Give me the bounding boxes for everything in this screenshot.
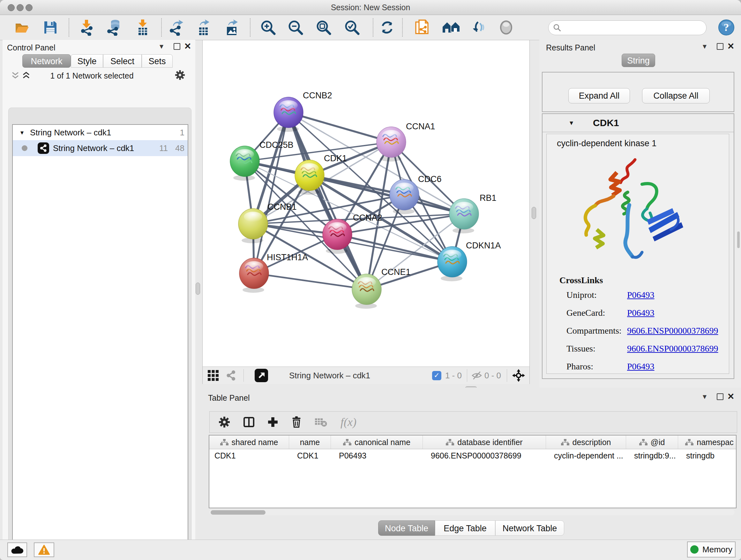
tab-sets[interactable]: Sets	[142, 54, 173, 68]
export-image-button[interactable]	[223, 19, 240, 36]
column-header-database-identifier[interactable]: database identifier	[423, 435, 546, 449]
control-panel-close-button[interactable]: ✕	[182, 40, 193, 53]
search-input[interactable]	[564, 23, 702, 33]
table-cell[interactable]: cyclin-dependent ...	[546, 451, 626, 460]
column-header-shared-name[interactable]: shared name	[209, 435, 289, 449]
memory-button[interactable]: Memory	[687, 542, 736, 557]
table-cell[interactable]: 9606.ENSP00000378699	[423, 451, 546, 460]
tab-edge-table[interactable]: Edge Table	[435, 520, 495, 536]
show-columns-button[interactable]	[244, 417, 254, 427]
zoom-out-button[interactable]	[287, 19, 304, 36]
tab-network-table[interactable]: Network Table	[495, 520, 564, 536]
warnings-button[interactable]	[34, 543, 54, 557]
column-header-description[interactable]: description	[546, 435, 626, 449]
column-header-namespac[interactable]: namespac	[678, 435, 737, 449]
network-edge-CCNB2-HIST1H1A[interactable]	[254, 112, 288, 273]
column-header-name[interactable]: name	[289, 435, 331, 449]
table-options-button[interactable]	[219, 416, 230, 428]
import-network-button[interactable]	[78, 19, 95, 36]
zoom-in-button[interactable]	[260, 19, 276, 36]
expand-all-button[interactable]: Expand All	[568, 88, 630, 104]
detach-view-button[interactable]	[255, 369, 268, 382]
network-collection-row[interactable]: ▾ String Network – cdk1 1	[13, 125, 188, 140]
table-cell[interactable]: stringdb:9...	[626, 451, 678, 460]
crosslink-value-link[interactable]: 9606.ENSP00000378699	[627, 344, 718, 354]
network-edge-HIST1H1A-CCNE1[interactable]	[254, 273, 367, 289]
delete-table-button[interactable]	[315, 417, 327, 427]
node-table: shared namenamecanonical namedatabase id…	[209, 435, 737, 508]
create-column-button[interactable]	[268, 417, 278, 427]
tab-string[interactable]: String	[622, 54, 655, 67]
string-import-button[interactable]	[414, 19, 430, 36]
crosslink-value-link[interactable]: P06493	[627, 308, 655, 318]
crosslink-value-link[interactable]: P06493	[627, 290, 655, 300]
results-panel: Results Panel ▾ ✕ String Expand All Coll…	[539, 40, 741, 388]
tab-style[interactable]: Style	[71, 54, 103, 68]
window-title: Session: New Session	[0, 0, 741, 15]
zoom-selected-button[interactable]	[344, 19, 360, 36]
results-scrollbar-thumb[interactable]	[737, 232, 740, 248]
crosslink-value-link[interactable]: 9606.ENSP00000378699	[627, 326, 718, 336]
svg-text:?: ?	[724, 22, 729, 33]
show-glass-effect-button[interactable]	[498, 19, 515, 36]
table-cell[interactable]: P06493	[331, 451, 423, 460]
search-icon	[553, 23, 561, 32]
table-horizontal-scrollbar[interactable]	[209, 509, 735, 515]
column-header--id[interactable]: @id	[626, 435, 678, 449]
pan-mode-button[interactable]	[512, 369, 525, 382]
delete-column-button[interactable]	[291, 416, 301, 428]
toolbar-separator	[244, 369, 244, 382]
right-splitter-handle[interactable]	[532, 207, 536, 219]
table-panel-float-button[interactable]	[714, 390, 726, 403]
export-network-button[interactable]	[167, 19, 184, 36]
cloud-status-button[interactable]	[7, 543, 27, 557]
column-header-canonical-name[interactable]: canonical name	[331, 435, 423, 449]
table-cell[interactable]: CDK1	[209, 451, 289, 460]
results-panel-float-button[interactable]	[714, 40, 726, 53]
main-toolbar: ?	[0, 15, 741, 40]
hide-glass-effect-button[interactable]	[470, 19, 487, 36]
zoom-fit-button[interactable]	[315, 19, 332, 36]
tab-network[interactable]: Network	[22, 54, 71, 68]
left-splitter-handle[interactable]	[196, 283, 200, 295]
string-home-button[interactable]	[442, 19, 461, 36]
open-session-button[interactable]	[13, 19, 30, 36]
results-panel-menu-button[interactable]: ▾	[699, 40, 711, 53]
crosslink-value-link[interactable]: P06493	[627, 361, 655, 372]
table-panel-close-button[interactable]: ✕	[725, 390, 737, 403]
network-canvas[interactable]: CCNB2CCNA1CDC25BCDK1CDC6RB1CCNB1CCNA2CDK…	[203, 40, 529, 367]
tab-node-table[interactable]: Node Table	[378, 520, 435, 536]
import-table-button[interactable]	[134, 19, 151, 36]
collapse-all-button[interactable]: Collapse All	[642, 88, 710, 104]
tab-select[interactable]: Select	[103, 54, 142, 68]
table-row[interactable]: CDK1CDK1P064939606.ENSP00000378699cyclin…	[209, 449, 736, 462]
network-type-badge	[38, 142, 49, 154]
import-network-from-database-button[interactable]	[105, 19, 122, 36]
network-panel-options-button[interactable]	[175, 70, 186, 81]
control-panel-menu-button[interactable]: ▾	[156, 40, 167, 53]
gene-section-header[interactable]: ▾ CDK1	[542, 114, 734, 132]
network-edge-CCNB2-CCNE1[interactable]	[288, 112, 367, 289]
crosslinks-list: Uniprot:P06493GeneCard:P06493Compartment…	[566, 290, 720, 379]
network-row-selected[interactable]: String Network – cdk1 11 48	[13, 140, 188, 156]
import-network-icon	[78, 19, 94, 36]
hierarchy-icon	[343, 439, 351, 445]
export-image-icon	[224, 19, 240, 36]
help-button[interactable]: ?	[718, 19, 735, 36]
results-panel-close-button[interactable]: ✕	[725, 40, 737, 53]
scrollbar-thumb[interactable]	[211, 510, 266, 515]
selected-checkbox[interactable]: ✓	[432, 371, 441, 380]
function-builder-button[interactable]: f(x)	[340, 415, 356, 429]
birds-eye-toggle-button[interactable]	[226, 370, 236, 381]
table-cell[interactable]: CDK1	[289, 451, 331, 460]
control-panel-float-button[interactable]	[171, 40, 183, 53]
table-panel-menu-button[interactable]: ▾	[699, 390, 711, 403]
gear-icon	[219, 416, 230, 428]
tree-expand-arrow[interactable]: ▾	[20, 129, 23, 136]
save-session-button[interactable]	[42, 19, 59, 36]
grid-view-button[interactable]	[208, 370, 219, 381]
refresh-layout-button[interactable]	[379, 19, 395, 36]
export-table-button[interactable]	[195, 19, 212, 36]
section-collapse-arrow[interactable]: ▾	[569, 119, 573, 127]
table-cell[interactable]: stringdb	[678, 451, 737, 460]
